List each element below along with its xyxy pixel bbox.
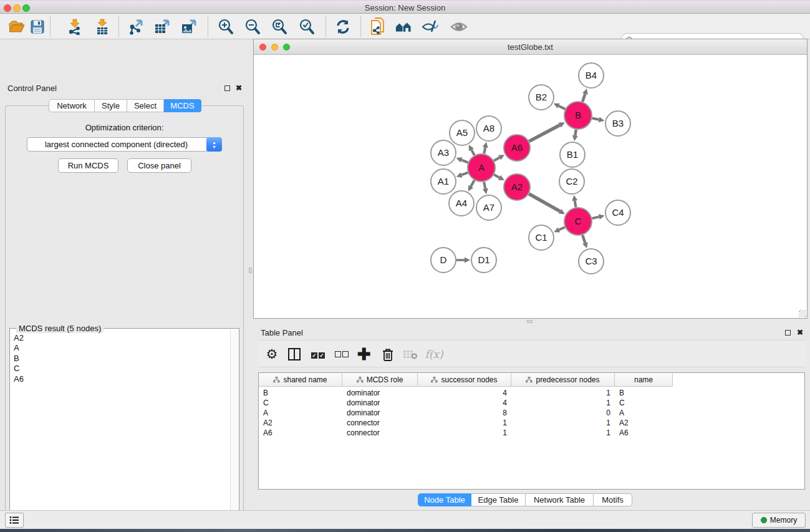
column-header-MCDS-role[interactable]: MCDS role [342, 373, 418, 387]
edge-B-B1[interactable] [575, 130, 576, 136]
zoom-in-button[interactable] [217, 18, 234, 36]
memory-button[interactable]: Memory [752, 513, 806, 528]
edge-B-B2[interactable] [559, 106, 566, 109]
edge-C-C4[interactable] [592, 217, 599, 218]
control-panel-title: Control Panel [7, 84, 57, 93]
refresh-view-button[interactable] [334, 18, 352, 36]
table-row-a6[interactable]: A6connector11A6 [259, 428, 673, 438]
tab-edge-table[interactable]: Edge Table [471, 493, 526, 506]
select-all-columns-button[interactable]: ✓✓ [309, 346, 327, 363]
edge-A2-C[interactable] [529, 194, 560, 211]
function-builder-button[interactable]: f(x) [425, 346, 443, 363]
zoom-selected-button[interactable] [298, 18, 316, 36]
edge-A-A7[interactable] [484, 182, 485, 189]
graph-node-label-C: C [575, 216, 582, 226]
tab-node-table[interactable]: Node Table [418, 493, 471, 506]
tab-style[interactable]: Style [95, 99, 127, 112]
resize-grip-icon[interactable] [799, 310, 806, 317]
tab-mcds[interactable]: MCDS [164, 99, 201, 112]
export-image-button[interactable] [180, 18, 198, 36]
edge-A-A1[interactable] [461, 173, 468, 175]
column-type-icon [357, 377, 364, 383]
close-panel-button[interactable]: Close panel [127, 158, 191, 173]
float-panel-icon[interactable] [224, 85, 230, 91]
tab-motifs[interactable]: Motifs [594, 493, 632, 506]
save-session-button[interactable] [29, 18, 46, 36]
edge-B-B4[interactable] [582, 94, 585, 102]
hide-graphics-details-button[interactable] [422, 18, 439, 36]
cell: A [615, 408, 673, 418]
result-item-a[interactable]: A [14, 343, 230, 353]
plus-icon: ✚ [357, 347, 371, 361]
unselect-all-columns-button[interactable] [333, 346, 350, 363]
open-recent-sessions-button[interactable] [395, 18, 412, 36]
column-header-successor-nodes[interactable]: successor nodes [418, 373, 511, 387]
edge-A-A8[interactable] [484, 147, 485, 153]
edge-A6-B[interactable] [529, 125, 559, 141]
cell: A2 [615, 418, 673, 428]
result-item-b[interactable]: B [14, 354, 230, 364]
show-graphics-details-button[interactable] [450, 18, 468, 36]
edge-C-C1[interactable] [559, 227, 565, 230]
zoom-out-button[interactable] [244, 18, 261, 36]
tab-network[interactable]: Network [49, 99, 95, 112]
table-toolbar: ⚙ ✓✓ ✚ [258, 340, 806, 367]
cell: C [259, 398, 342, 408]
column-header-label: successor nodes [441, 375, 497, 384]
table-settings-button[interactable]: ⚙ [263, 346, 281, 363]
edge-A-A5[interactable] [471, 150, 475, 155]
edge-C-C2[interactable] [575, 201, 576, 208]
close-panel-icon[interactable]: ✖ [236, 84, 242, 92]
float-table-panel-icon[interactable] [785, 330, 791, 336]
import-network-button[interactable] [66, 18, 84, 36]
import-table-button[interactable] [94, 18, 111, 36]
control-panel: Control Panel ✖ Optimization criterion: … [0, 39, 249, 510]
table-row-b[interactable]: Bdominator41B [259, 388, 673, 398]
edge-A-A3[interactable] [461, 160, 468, 162]
result-list-scrollbar[interactable] [230, 330, 238, 532]
zoom-selected-icon [299, 19, 315, 35]
tab-network-table[interactable]: Network Table [526, 493, 594, 506]
column-header-shared-name[interactable]: shared name [259, 373, 342, 387]
export-table-button[interactable] [153, 18, 171, 36]
result-item-c[interactable]: C [14, 364, 230, 374]
delete-column-button[interactable] [379, 346, 397, 363]
criterion-dropdown[interactable]: largest connected component (directed) ▲… [27, 137, 222, 152]
export-network-button[interactable] [127, 18, 145, 36]
delete-table-button[interactable] [402, 346, 419, 363]
edge-arrowhead-icon [483, 142, 488, 148]
column-header-name[interactable]: name [615, 373, 673, 387]
network-window-titlebar[interactable]: testGlobe.txt [254, 39, 807, 55]
create-column-button[interactable]: ✚ [355, 346, 373, 363]
optimization-criterion-label: Optimization criterion: [6, 123, 243, 132]
show-panels-button[interactable] [5, 513, 24, 528]
network-view-window: testGlobe.txt B4B2BB3A8A5A6A3B1AA1C2A2A4… [253, 39, 808, 319]
mcds-result-list[interactable]: A2ABCA6 [11, 330, 230, 532]
desktop-background-strip [0, 529, 810, 532]
horizontal-divider-grip[interactable] [527, 320, 533, 323]
zoom-fit-button[interactable] [271, 18, 288, 36]
table-row-a[interactable]: Adominator80A [259, 408, 673, 418]
close-table-panel-icon[interactable]: ✖ [797, 328, 803, 337]
edge-B-B3[interactable] [592, 118, 599, 120]
table-row-c[interactable]: Cdominator41C [259, 398, 673, 408]
edge-arrowhead-icon [572, 195, 577, 201]
result-item-a2[interactable]: A2 [14, 333, 230, 343]
vertical-divider-grip[interactable] [249, 268, 252, 273]
edge-C-C3[interactable] [582, 235, 585, 243]
new-network-from-selection-button[interactable] [370, 18, 387, 36]
edge-A-A4[interactable] [471, 180, 475, 186]
edge-A-A6[interactable] [494, 158, 499, 161]
table-row-a2[interactable]: A2connector11A2 [259, 418, 673, 428]
open-file-button[interactable] [8, 18, 26, 36]
column-header-predecessor-nodes[interactable]: predecessor nodes [511, 373, 615, 387]
network-canvas[interactable]: B4B2BB3A8A5A6A3B1AA1C2A2A4A7C4CC1DD1C3 [254, 55, 807, 318]
export-image-icon [181, 19, 197, 35]
tab-select[interactable]: Select [127, 99, 164, 112]
show-column-button[interactable] [286, 346, 303, 363]
run-mcds-button[interactable]: Run MCDS [58, 158, 118, 173]
result-item-a6[interactable]: A6 [14, 374, 230, 384]
edge-A-A2[interactable] [494, 175, 499, 178]
memory-status-icon [761, 517, 767, 523]
zoom-fit-icon [271, 19, 287, 35]
